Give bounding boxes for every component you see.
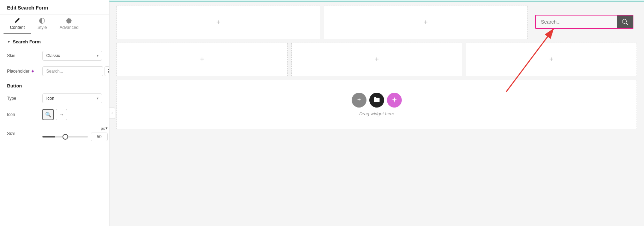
drag-buttons-row: + (352, 93, 402, 108)
size-input[interactable] (91, 133, 108, 141)
section-arrow-icon: ▼ (7, 40, 11, 44)
left-panel: Edit Search Form Content Style Advanced … (0, 0, 109, 226)
skin-control: Classic Minimal Boxed (42, 51, 102, 61)
grid-row-middle: + + + (117, 43, 637, 76)
type-select-wrap: Icon Text None (42, 93, 102, 103)
tab-style[interactable]: Style (31, 14, 53, 34)
tabs-bar: Content Style Advanced (0, 14, 109, 34)
placeholder-input[interactable] (42, 66, 103, 76)
add-widget-icon-4: + (375, 55, 379, 63)
size-row: Size px ▾ (0, 123, 109, 144)
grid-cell-5[interactable]: + (466, 43, 637, 76)
search-form-section[interactable]: ▼ Search Form (0, 34, 109, 48)
right-panel: + + + + + + (109, 0, 644, 226)
panel-title: Edit Search Form (0, 0, 109, 14)
grid-cell-1[interactable]: + (117, 6, 320, 39)
circle-half-icon (39, 18, 45, 24)
drag-widget-text: Drag widget here (359, 111, 394, 116)
arrow-icon-btn[interactable]: → (56, 109, 67, 120)
size-label: Size (7, 131, 39, 136)
icon-row: Icon 🔍 → (0, 106, 109, 123)
placeholder-row: Placeholder ✦ ☰ (0, 63, 109, 79)
db-icon-button[interactable]: ☰ (105, 66, 109, 76)
grid-cell-3[interactable]: + (117, 43, 288, 76)
tab-style-label: Style (37, 25, 47, 30)
sparkle-icon (391, 97, 398, 104)
add-widget-icon-3: + (200, 55, 204, 63)
type-select[interactable]: Icon Text None (42, 93, 102, 103)
size-slider[interactable] (42, 136, 88, 138)
add-widget-icon-5: + (549, 55, 554, 63)
slider-row (42, 133, 108, 141)
icon-control: 🔍 → (42, 109, 67, 120)
skin-label: Skin (7, 53, 39, 58)
button-section-header: Button (0, 79, 109, 91)
grid-cell-2[interactable]: + (324, 6, 527, 39)
tab-content[interactable]: Content (4, 14, 31, 34)
chevron-unit-icon[interactable]: ▾ (106, 126, 108, 130)
drag-widget-area[interactable]: + Drag widget here (117, 80, 637, 129)
search-widget-icon (622, 19, 628, 25)
add-widget-button[interactable]: + (352, 93, 366, 108)
tab-advanced[interactable]: Advanced (53, 14, 85, 34)
type-label: Type (7, 96, 39, 101)
pencil-icon (14, 18, 20, 24)
skin-select-wrap: Classic Minimal Boxed (42, 51, 102, 61)
dynamic-tag-icon: ✦ (31, 68, 35, 74)
add-widget-icon-1: + (216, 18, 221, 26)
size-unit-label: px ▾ (42, 126, 108, 130)
section-title: Search Form (13, 39, 41, 44)
skin-select[interactable]: Classic Minimal Boxed (42, 51, 102, 61)
canvas-area: + + + + + + (109, 2, 644, 226)
grid-cell-4[interactable]: + (291, 43, 463, 76)
tab-advanced-label: Advanced (60, 25, 78, 30)
magic-button[interactable] (387, 93, 402, 108)
search-icon-btn[interactable]: 🔍 (42, 109, 54, 120)
skin-row: Skin Classic Minimal Boxed (0, 48, 109, 63)
size-control: px ▾ (42, 126, 108, 141)
collapse-handle[interactable]: ‹ (109, 108, 115, 119)
folder-button[interactable] (369, 93, 384, 108)
icon-label: Icon (7, 112, 39, 117)
add-widget-icon-2: + (424, 18, 428, 26)
tab-content-label: Content (10, 25, 25, 30)
search-widget-input[interactable] (536, 16, 617, 28)
type-row: Type Icon Text None (0, 91, 109, 106)
placeholder-label: Placeholder ✦ (7, 68, 39, 74)
folder-icon (373, 97, 380, 104)
placeholder-control: ☰ (42, 66, 109, 76)
search-widget (535, 15, 633, 29)
gear-icon (66, 18, 72, 24)
type-control: Icon Text None (42, 93, 102, 103)
search-widget-button[interactable] (617, 16, 633, 28)
